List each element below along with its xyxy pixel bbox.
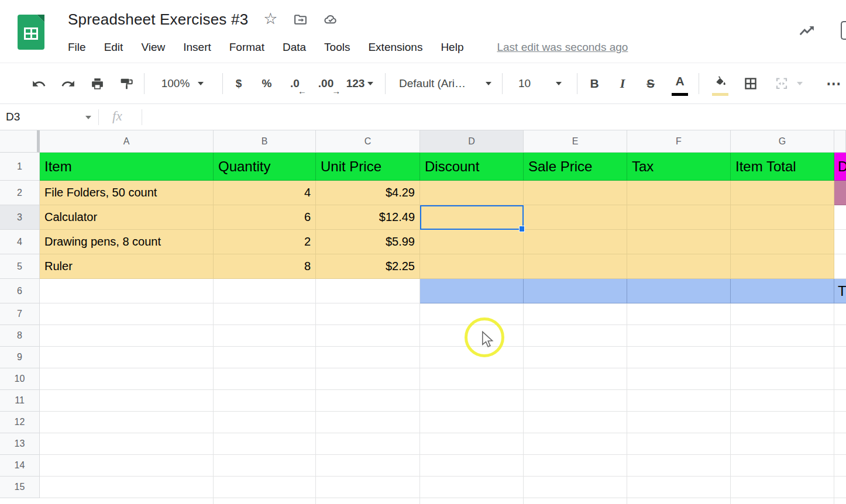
row-header-1[interactable]: 1 xyxy=(0,153,40,181)
trending-up-icon[interactable] xyxy=(798,22,816,40)
cell-H9[interactable] xyxy=(834,347,846,368)
row-header-12[interactable]: 12 xyxy=(0,412,40,433)
cell-F2[interactable] xyxy=(627,181,731,205)
cell-G1[interactable]: Item Total xyxy=(731,153,834,181)
cell-B11[interactable] xyxy=(214,390,316,412)
cell-F6[interactable] xyxy=(627,279,731,303)
cell-A10[interactable] xyxy=(40,368,214,390)
row-header-8[interactable]: 8 xyxy=(0,325,40,347)
cell-A14[interactable] xyxy=(40,455,214,477)
cell-B4[interactable]: 2 xyxy=(214,230,316,254)
cell-B5[interactable]: 8 xyxy=(214,254,316,279)
cell-F9[interactable] xyxy=(627,347,731,368)
cell-G8[interactable] xyxy=(731,325,834,347)
column-header-D[interactable]: D xyxy=(420,130,524,153)
cell-H6[interactable]: T xyxy=(834,279,846,303)
cloud-check-icon[interactable] xyxy=(323,12,339,27)
cell-A13[interactable] xyxy=(40,433,214,455)
cell-G6[interactable] xyxy=(731,279,834,303)
cell-D13[interactable] xyxy=(420,433,524,455)
increase-decimal-button[interactable]: .00→ xyxy=(311,63,341,104)
row-header-13[interactable]: 13 xyxy=(0,433,40,455)
font-size-select[interactable]: 10 xyxy=(508,63,572,104)
cell-E1[interactable]: Sale Price xyxy=(524,153,627,181)
cell-D1[interactable]: Discount xyxy=(420,153,524,181)
cell-E9[interactable] xyxy=(524,347,627,368)
cell-B7[interactable] xyxy=(214,303,316,325)
cell-A16[interactable] xyxy=(40,498,214,504)
cell-H5[interactable] xyxy=(834,254,846,279)
cell-F3[interactable] xyxy=(627,205,731,230)
cell-A4[interactable]: Drawing pens, 8 count xyxy=(40,230,214,254)
menu-extensions[interactable]: Extensions xyxy=(368,41,422,54)
name-box[interactable]: D3 xyxy=(0,104,98,130)
cell-C1[interactable]: Unit Price xyxy=(316,153,420,181)
cell-E14[interactable] xyxy=(524,455,627,477)
row-header-4[interactable]: 4 xyxy=(0,230,40,254)
cell-D3-selected[interactable] xyxy=(420,205,524,230)
font-select[interactable]: Default (Ari… xyxy=(393,63,497,104)
cell-E8[interactable] xyxy=(524,325,627,347)
cell-D11[interactable] xyxy=(420,390,524,412)
cell-H1[interactable]: D xyxy=(834,153,846,181)
cell-F15[interactable] xyxy=(627,477,731,498)
cell-C11[interactable] xyxy=(316,390,420,412)
move-folder-icon[interactable] xyxy=(293,12,308,27)
cell-G9[interactable] xyxy=(731,347,834,368)
format-percent-button[interactable]: % xyxy=(256,63,277,104)
row-header-15[interactable]: 15 xyxy=(0,477,40,498)
cell-A1[interactable]: Item xyxy=(40,153,214,181)
cell-F11[interactable] xyxy=(627,390,731,412)
cell-B9[interactable] xyxy=(214,347,316,368)
cell-E16[interactable] xyxy=(524,498,627,504)
cell-H2[interactable] xyxy=(834,181,846,205)
cell-B12[interactable] xyxy=(214,412,316,433)
column-header-F[interactable]: F xyxy=(627,130,731,153)
cell-G2[interactable] xyxy=(731,181,834,205)
cell-G4[interactable] xyxy=(731,230,834,254)
row-header-10[interactable]: 10 xyxy=(0,368,40,390)
borders-button[interactable] xyxy=(738,63,763,104)
cell-A15[interactable] xyxy=(40,477,214,498)
column-header-G[interactable]: G xyxy=(731,130,834,153)
cell-A3[interactable]: Calculator xyxy=(40,205,214,230)
cell-C10[interactable] xyxy=(316,368,420,390)
cell-E12[interactable] xyxy=(524,412,627,433)
fill-handle[interactable] xyxy=(519,226,525,232)
cell-G10[interactable] xyxy=(731,368,834,390)
cell-E4[interactable] xyxy=(524,230,627,254)
menu-file[interactable]: File xyxy=(68,41,86,54)
decrease-decimal-button[interactable]: .0← xyxy=(282,63,308,104)
cell-A8[interactable] xyxy=(40,325,214,347)
cell-H7[interactable] xyxy=(834,303,846,325)
cell-C6[interactable] xyxy=(316,279,420,303)
row-header-5[interactable]: 5 xyxy=(0,254,40,279)
more-toolbar-button[interactable]: ⋯ xyxy=(823,63,846,104)
cell-G3[interactable] xyxy=(731,205,834,230)
cell-C2[interactable]: $4.29 xyxy=(316,181,420,205)
column-header-A[interactable]: A xyxy=(40,130,214,153)
cell-C9[interactable] xyxy=(316,347,420,368)
row-header-11[interactable]: 11 xyxy=(0,390,40,412)
cell-E3[interactable] xyxy=(524,205,627,230)
cell-C4[interactable]: $5.99 xyxy=(316,230,420,254)
cell-E7[interactable] xyxy=(524,303,627,325)
cell-F7[interactable] xyxy=(627,303,731,325)
cell-E5[interactable] xyxy=(524,254,627,279)
cell-D14[interactable] xyxy=(420,455,524,477)
paint-format-button[interactable] xyxy=(115,63,138,104)
cell-B15[interactable] xyxy=(214,477,316,498)
cell-C13[interactable] xyxy=(316,433,420,455)
cell-H10[interactable] xyxy=(834,368,846,390)
cell-D6[interactable] xyxy=(420,279,524,303)
cell-F12[interactable] xyxy=(627,412,731,433)
cell-C7[interactable] xyxy=(316,303,420,325)
cell-F1[interactable]: Tax xyxy=(627,153,731,181)
cell-F4[interactable] xyxy=(627,230,731,254)
cell-F13[interactable] xyxy=(627,433,731,455)
row-header-2[interactable]: 2 xyxy=(0,181,40,205)
cell-H13[interactable] xyxy=(834,433,846,455)
cell-D15[interactable] xyxy=(420,477,524,498)
cell-F10[interactable] xyxy=(627,368,731,390)
cell-G11[interactable] xyxy=(731,390,834,412)
